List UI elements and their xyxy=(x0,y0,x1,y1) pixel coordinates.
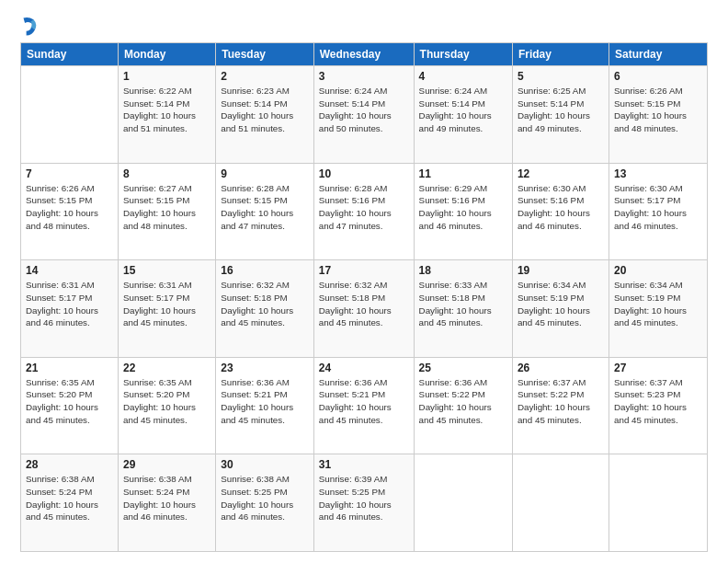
day-number: 31 xyxy=(319,458,409,471)
day-info: Sunrise: 6:32 AMSunset: 5:18 PMDaylight:… xyxy=(319,279,409,329)
day-info: Sunrise: 6:22 AMSunset: 5:14 PMDaylight:… xyxy=(123,85,210,135)
calendar-cell: 6Sunrise: 6:26 AMSunset: 5:15 PMDaylight… xyxy=(609,66,707,164)
calendar-cell: 15Sunrise: 6:31 AMSunset: 5:17 PMDayligh… xyxy=(118,260,215,358)
day-info: Sunrise: 6:37 AMSunset: 5:22 PMDaylight:… xyxy=(518,376,604,427)
calendar-cell xyxy=(609,454,707,552)
day-info: Sunrise: 6:26 AMSunset: 5:15 PMDaylight:… xyxy=(614,85,702,135)
calendar-cell: 25Sunrise: 6:36 AMSunset: 5:22 PMDayligh… xyxy=(414,357,512,454)
calendar-header-row: SundayMondayTuesdayWednesdayThursdayFrid… xyxy=(21,43,708,66)
day-info: Sunrise: 6:23 AMSunset: 5:14 PMDaylight:… xyxy=(221,85,309,135)
day-number: 26 xyxy=(518,362,604,374)
calendar-cell: 19Sunrise: 6:34 AMSunset: 5:19 PMDayligh… xyxy=(512,260,609,358)
day-number: 6 xyxy=(614,70,702,83)
day-info: Sunrise: 6:24 AMSunset: 5:14 PMDaylight:… xyxy=(319,85,409,135)
calendar-cell: 2Sunrise: 6:23 AMSunset: 5:14 PMDaylight… xyxy=(216,66,314,164)
calendar-cell: 7Sunrise: 6:26 AMSunset: 5:15 PMDaylight… xyxy=(21,163,119,260)
calendar-cell: 10Sunrise: 6:28 AMSunset: 5:16 PMDayligh… xyxy=(313,163,414,260)
page-header xyxy=(20,17,708,37)
day-number: 2 xyxy=(221,70,309,83)
calendar-cell: 27Sunrise: 6:37 AMSunset: 5:23 PMDayligh… xyxy=(609,357,707,454)
day-number: 5 xyxy=(518,70,604,83)
day-number: 10 xyxy=(319,167,409,180)
day-info: Sunrise: 6:28 AMSunset: 5:16 PMDaylight:… xyxy=(319,182,409,233)
calendar-cell: 26Sunrise: 6:37 AMSunset: 5:22 PMDayligh… xyxy=(512,357,609,454)
calendar-cell: 14Sunrise: 6:31 AMSunset: 5:17 PMDayligh… xyxy=(21,260,119,358)
calendar-cell: 30Sunrise: 6:38 AMSunset: 5:25 PMDayligh… xyxy=(216,454,314,552)
day-number: 8 xyxy=(123,167,210,180)
calendar-cell: 31Sunrise: 6:39 AMSunset: 5:25 PMDayligh… xyxy=(313,454,414,552)
day-info: Sunrise: 6:27 AMSunset: 5:15 PMDaylight:… xyxy=(123,182,210,233)
day-info: Sunrise: 6:37 AMSunset: 5:23 PMDaylight:… xyxy=(614,376,702,427)
day-info: Sunrise: 6:24 AMSunset: 5:14 PMDaylight:… xyxy=(419,85,507,135)
calendar-cell: 5Sunrise: 6:25 AMSunset: 5:14 PMDaylight… xyxy=(512,66,609,164)
calendar-cell: 12Sunrise: 6:30 AMSunset: 5:16 PMDayligh… xyxy=(512,163,609,260)
calendar-week-3: 14Sunrise: 6:31 AMSunset: 5:17 PMDayligh… xyxy=(21,260,708,358)
day-number: 3 xyxy=(319,70,409,83)
day-number: 16 xyxy=(221,264,309,277)
weekday-header-thursday: Thursday xyxy=(414,43,512,66)
weekday-header-monday: Monday xyxy=(118,43,215,66)
calendar-cell: 16Sunrise: 6:32 AMSunset: 5:18 PMDayligh… xyxy=(216,260,314,358)
day-info: Sunrise: 6:30 AMSunset: 5:17 PMDaylight:… xyxy=(614,182,702,233)
day-number: 1 xyxy=(123,70,210,83)
day-number: 9 xyxy=(221,167,309,180)
day-info: Sunrise: 6:26 AMSunset: 5:15 PMDaylight:… xyxy=(26,182,113,233)
day-number: 21 xyxy=(26,362,113,374)
calendar-week-1: 1Sunrise: 6:22 AMSunset: 5:14 PMDaylight… xyxy=(21,66,708,164)
day-info: Sunrise: 6:31 AMSunset: 5:17 PMDaylight:… xyxy=(26,279,113,329)
day-number: 24 xyxy=(319,362,409,374)
weekday-header-tuesday: Tuesday xyxy=(216,43,314,66)
weekday-header-friday: Friday xyxy=(512,43,609,66)
day-number: 12 xyxy=(518,167,604,180)
logo xyxy=(20,17,40,37)
day-info: Sunrise: 6:36 AMSunset: 5:21 PMDaylight:… xyxy=(319,376,409,427)
day-info: Sunrise: 6:36 AMSunset: 5:21 PMDaylight:… xyxy=(221,376,309,427)
calendar-cell: 24Sunrise: 6:36 AMSunset: 5:21 PMDayligh… xyxy=(313,357,414,454)
calendar-cell: 20Sunrise: 6:34 AMSunset: 5:19 PMDayligh… xyxy=(609,260,707,358)
calendar-cell: 4Sunrise: 6:24 AMSunset: 5:14 PMDaylight… xyxy=(414,66,512,164)
day-info: Sunrise: 6:36 AMSunset: 5:22 PMDaylight:… xyxy=(419,376,507,427)
day-info: Sunrise: 6:38 AMSunset: 5:24 PMDaylight:… xyxy=(26,473,113,523)
calendar-cell: 11Sunrise: 6:29 AMSunset: 5:16 PMDayligh… xyxy=(414,163,512,260)
day-number: 23 xyxy=(221,362,309,374)
day-number: 14 xyxy=(26,264,113,277)
day-info: Sunrise: 6:32 AMSunset: 5:18 PMDaylight:… xyxy=(221,279,309,329)
day-info: Sunrise: 6:38 AMSunset: 5:25 PMDaylight:… xyxy=(221,473,309,523)
weekday-header-sunday: Sunday xyxy=(21,43,119,66)
calendar-cell: 23Sunrise: 6:36 AMSunset: 5:21 PMDayligh… xyxy=(216,357,314,454)
day-number: 22 xyxy=(123,362,210,374)
day-info: Sunrise: 6:29 AMSunset: 5:16 PMDaylight:… xyxy=(419,182,507,233)
calendar-cell: 9Sunrise: 6:28 AMSunset: 5:15 PMDaylight… xyxy=(216,163,314,260)
day-info: Sunrise: 6:39 AMSunset: 5:25 PMDaylight:… xyxy=(319,473,409,523)
day-number: 4 xyxy=(419,70,507,83)
day-info: Sunrise: 6:35 AMSunset: 5:20 PMDaylight:… xyxy=(123,376,210,427)
day-number: 28 xyxy=(26,458,113,471)
day-number: 7 xyxy=(26,167,113,180)
day-info: Sunrise: 6:34 AMSunset: 5:19 PMDaylight:… xyxy=(614,279,702,329)
day-number: 25 xyxy=(419,362,507,374)
logo-icon xyxy=(20,17,37,37)
day-number: 30 xyxy=(221,458,309,471)
weekday-header-saturday: Saturday xyxy=(609,43,707,66)
day-number: 13 xyxy=(614,167,702,180)
day-number: 18 xyxy=(419,264,507,277)
day-number: 11 xyxy=(419,167,507,180)
calendar-week-2: 7Sunrise: 6:26 AMSunset: 5:15 PMDaylight… xyxy=(21,163,708,260)
day-number: 19 xyxy=(518,264,604,277)
day-number: 27 xyxy=(614,362,702,374)
day-number: 20 xyxy=(614,264,702,277)
weekday-header-wednesday: Wednesday xyxy=(313,43,414,66)
calendar-page: SundayMondayTuesdayWednesdayThursdayFrid… xyxy=(0,0,728,563)
calendar-cell: 8Sunrise: 6:27 AMSunset: 5:15 PMDaylight… xyxy=(118,163,215,260)
calendar-cell: 28Sunrise: 6:38 AMSunset: 5:24 PMDayligh… xyxy=(21,454,119,552)
calendar-week-4: 21Sunrise: 6:35 AMSunset: 5:20 PMDayligh… xyxy=(21,357,708,454)
day-info: Sunrise: 6:38 AMSunset: 5:24 PMDaylight:… xyxy=(123,473,210,523)
day-number: 29 xyxy=(123,458,210,471)
calendar-week-5: 28Sunrise: 6:38 AMSunset: 5:24 PMDayligh… xyxy=(21,454,708,552)
day-info: Sunrise: 6:35 AMSunset: 5:20 PMDaylight:… xyxy=(26,376,113,427)
day-info: Sunrise: 6:33 AMSunset: 5:18 PMDaylight:… xyxy=(419,279,507,329)
day-info: Sunrise: 6:25 AMSunset: 5:14 PMDaylight:… xyxy=(518,85,604,135)
day-info: Sunrise: 6:28 AMSunset: 5:15 PMDaylight:… xyxy=(221,182,309,233)
calendar-cell: 17Sunrise: 6:32 AMSunset: 5:18 PMDayligh… xyxy=(313,260,414,358)
calendar-cell: 1Sunrise: 6:22 AMSunset: 5:14 PMDaylight… xyxy=(118,66,215,164)
